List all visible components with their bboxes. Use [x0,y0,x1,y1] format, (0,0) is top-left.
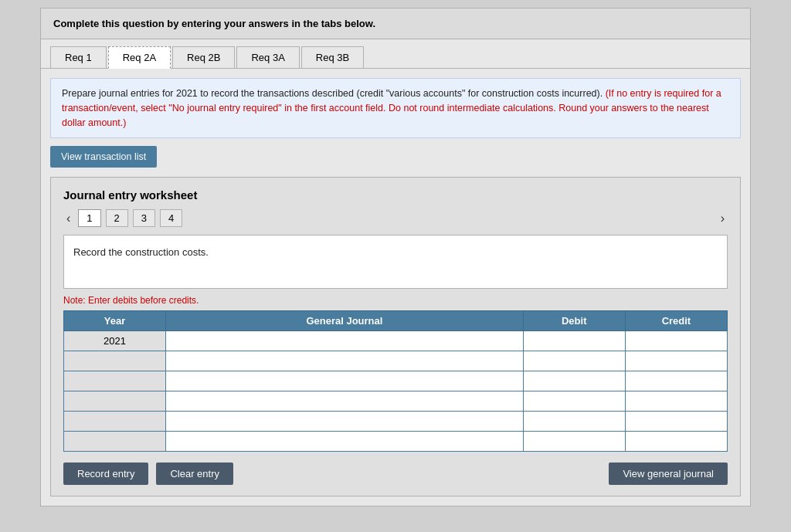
credit-input[interactable] [626,351,727,371]
debit-input[interactable] [524,371,625,391]
credit-input[interactable] [626,412,727,431]
year-cell [64,432,166,452]
credit-input[interactable] [626,432,727,451]
gj-input[interactable] [166,331,523,351]
gj-input[interactable] [166,432,523,451]
tab-req1[interactable]: Req 1 [50,46,107,69]
description-text: Record the construction costs. [73,246,209,258]
debit-cell[interactable] [523,432,625,452]
table-row [64,412,728,432]
debit-input[interactable] [524,432,625,451]
header-bar: Complete this question by entering your … [41,8,750,39]
debit-input[interactable] [524,391,625,411]
debit-cell[interactable] [523,391,625,412]
gj-input[interactable] [166,391,523,411]
gj-cell[interactable] [166,331,524,351]
next-arrow[interactable]: › [718,210,728,227]
main-container: Complete this question by entering your … [40,8,751,507]
credit-input[interactable] [626,391,727,411]
tab-req2b[interactable]: Req 2B [172,46,235,69]
journal-table: Year General Journal Debit Credit 2021 [63,310,728,452]
credit-input[interactable] [626,331,727,351]
year-cell [64,391,166,412]
credit-input[interactable] [626,371,727,391]
clear-entry-button[interactable]: Clear entry [156,463,233,485]
nav-row: ‹ 1 2 3 4 › [63,209,728,227]
gj-cell[interactable] [166,351,524,371]
col-credit: Credit [625,311,727,331]
year-cell [64,351,166,371]
instruction-box: Prepare journal entries for 2021 to reco… [50,78,741,138]
gj-input[interactable] [166,412,523,431]
instruction-main-text: Prepare journal entries for 2021 to reco… [62,88,606,99]
credit-cell[interactable] [625,432,727,452]
debit-cell[interactable] [523,371,625,391]
page-1[interactable]: 1 [78,209,100,227]
credit-cell[interactable] [625,391,727,412]
prev-arrow[interactable]: ‹ [63,210,73,227]
year-cell [64,371,166,391]
col-gj: General Journal [166,311,524,331]
debit-input[interactable] [524,412,625,431]
tab-req3b[interactable]: Req 3B [301,46,364,69]
debit-input[interactable] [524,331,625,351]
tab-req2a[interactable]: Req 2A [108,46,171,69]
page-2[interactable]: 2 [106,209,128,227]
tab-req3a[interactable]: Req 3A [236,46,299,69]
table-row [64,371,728,391]
page-3[interactable]: 3 [133,209,155,227]
col-year: Year [64,311,166,331]
view-transaction-btn-wrapper: View transaction list [50,146,157,168]
year-cell [64,412,166,432]
credit-cell[interactable] [625,351,727,371]
page-4[interactable]: 4 [160,209,182,227]
table-row [64,432,728,452]
year-cell: 2021 [64,331,166,351]
credit-cell[interactable] [625,331,727,351]
gj-cell[interactable] [166,432,524,452]
bottom-buttons: Record entry Clear entry View general jo… [63,463,728,485]
view-general-journal-button[interactable]: View general journal [609,463,728,485]
table-row: 2021 [64,331,728,351]
gj-input[interactable] [166,351,523,371]
worksheet-title: Journal entry worksheet [63,188,728,202]
worksheet-container: Journal entry worksheet ‹ 1 2 3 4 › Reco… [50,177,741,496]
debit-cell[interactable] [523,412,625,432]
view-transaction-button[interactable]: View transaction list [50,146,157,168]
col-debit: Debit [523,311,625,331]
debit-cell[interactable] [523,331,625,351]
gj-cell[interactable] [166,391,524,412]
tabs-row: Req 1 Req 2A Req 2B Req 3A Req 3B [41,39,750,69]
gj-cell[interactable] [166,371,524,391]
description-box: Record the construction costs. [63,235,728,289]
credit-cell[interactable] [625,412,727,432]
gj-input[interactable] [166,371,523,391]
header-instruction: Complete this question by entering your … [53,18,375,29]
gj-cell[interactable] [166,412,524,432]
credit-cell[interactable] [625,371,727,391]
debit-cell[interactable] [523,351,625,371]
table-row [64,391,728,412]
note-text: Note: Enter debits before credits. [63,295,728,306]
record-entry-button[interactable]: Record entry [63,463,148,485]
table-row [64,351,728,371]
debit-input[interactable] [524,351,625,371]
